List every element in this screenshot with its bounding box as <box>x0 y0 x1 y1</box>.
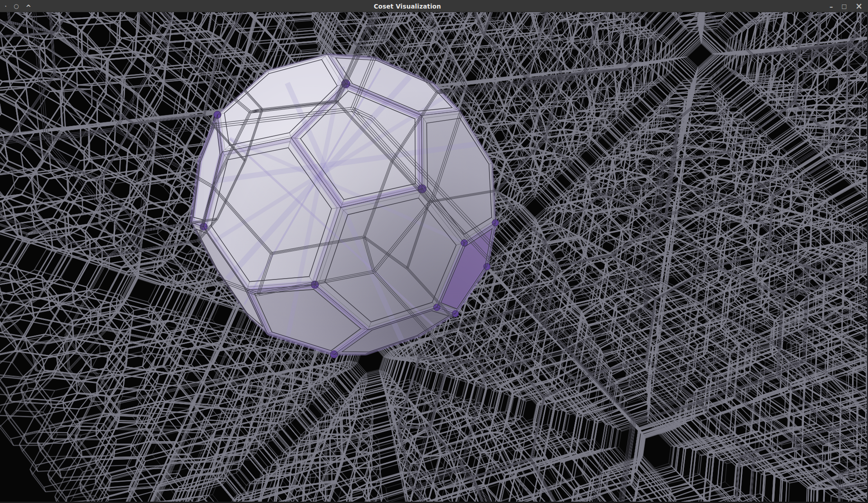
viewport <box>0 12 868 503</box>
minimize-icon[interactable]: – <box>830 1 833 13</box>
titlebar[interactable]: • ○ ^ Coset Visualization – □ × <box>0 0 868 12</box>
window-title: Coset Visualization <box>374 0 441 12</box>
circle-icon[interactable]: ○ <box>14 3 18 9</box>
chevron-up-icon[interactable]: ^ <box>26 4 32 12</box>
window-controls: – □ × <box>830 0 863 12</box>
titlebar-left-icons: • ○ ^ <box>5 0 31 12</box>
close-icon[interactable]: × <box>855 0 863 12</box>
scene-canvas[interactable] <box>0 12 868 503</box>
maximize-icon[interactable]: □ <box>841 0 847 12</box>
dot-icon[interactable]: • <box>5 4 7 9</box>
